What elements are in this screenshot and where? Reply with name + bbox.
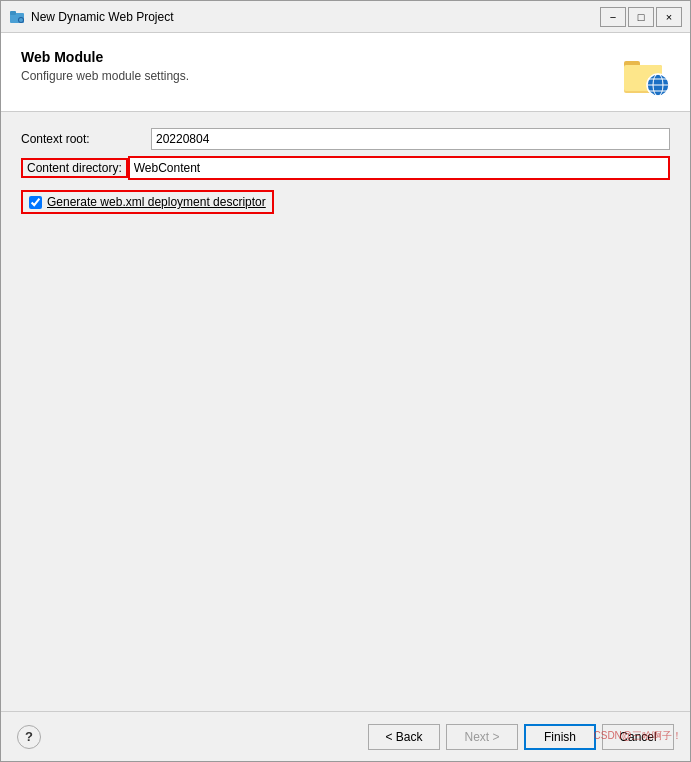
header-icon [622, 49, 670, 97]
header-text-block: Web Module Configure web module settings… [21, 49, 606, 83]
window-title: New Dynamic Web Project [31, 10, 600, 24]
context-root-label: Context root: [21, 132, 151, 146]
minimize-button[interactable]: − [600, 7, 626, 27]
help-section: ? [17, 725, 41, 749]
generate-descriptor-label: Generate web.xml deployment descriptor [47, 195, 266, 209]
dialog-footer: ? < Back Next > Finish Cancel [1, 711, 690, 761]
content-directory-label: Content directory: [27, 161, 122, 175]
content-directory-input[interactable] [130, 161, 668, 175]
finish-button[interactable]: Finish [524, 724, 596, 750]
generate-descriptor-container: Generate web.xml deployment descriptor [21, 190, 274, 214]
dialog-window: New Dynamic Web Project − □ × Web Module… [0, 0, 691, 762]
title-bar: New Dynamic Web Project − □ × [1, 1, 690, 33]
content-directory-input-box [128, 156, 670, 180]
svg-rect-1 [10, 11, 16, 15]
cancel-button[interactable]: Cancel [602, 724, 674, 750]
action-buttons: < Back Next > Finish Cancel [368, 724, 674, 750]
header-subtitle: Configure web module settings. [21, 69, 606, 83]
context-root-input[interactable] [151, 128, 670, 150]
next-button[interactable]: Next > [446, 724, 518, 750]
help-button[interactable]: ? [17, 725, 41, 749]
window-icon [9, 9, 25, 25]
content-directory-row: Content directory: [21, 156, 670, 180]
header-title: Web Module [21, 49, 606, 65]
dialog-header: Web Module Configure web module settings… [1, 33, 690, 112]
context-root-row: Context root: [21, 128, 670, 150]
form-content: Context root: Content directory: Generat… [1, 112, 690, 711]
maximize-button[interactable]: □ [628, 7, 654, 27]
content-directory-label-box: Content directory: [21, 158, 128, 178]
back-button[interactable]: < Back [368, 724, 440, 750]
window-controls: − □ × [600, 7, 682, 27]
generate-descriptor-row: Generate web.xml deployment descriptor [21, 190, 670, 214]
close-button[interactable]: × [656, 7, 682, 27]
generate-descriptor-checkbox[interactable] [29, 196, 42, 209]
svg-point-3 [19, 18, 23, 22]
